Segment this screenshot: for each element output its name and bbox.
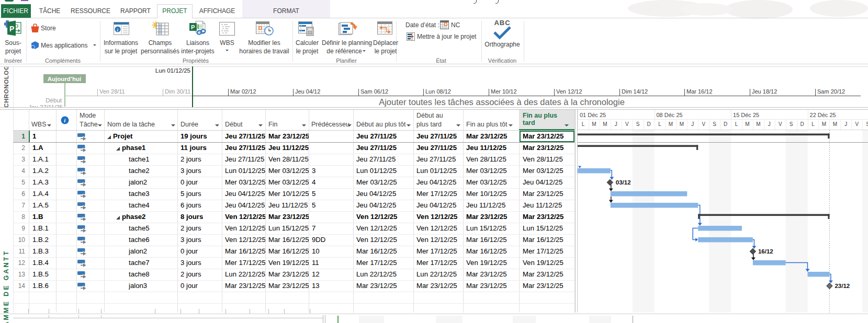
svg-text:P: P: [191, 24, 195, 30]
svg-text:03/12: 03/12: [616, 179, 631, 186]
svg-text:23/12: 23/12: [835, 283, 850, 289]
svg-text:P: P: [9, 25, 14, 33]
svg-text:16/12: 16/12: [758, 248, 773, 255]
